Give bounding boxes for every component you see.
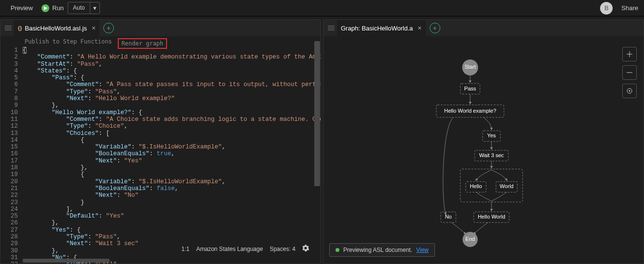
close-icon[interactable]: ×	[92, 24, 96, 32]
close-icon[interactable]: ×	[418, 24, 421, 32]
auto-dropdown[interactable]: Auto ▾	[68, 2, 100, 14]
svg-text:Pass: Pass	[464, 86, 476, 91]
codelens-publish[interactable]: Publish to Step Functions	[25, 38, 112, 49]
graph-node-choice[interactable]: Hello World example?	[436, 105, 504, 117]
graph-controls	[622, 47, 637, 98]
share-button[interactable]: Share	[621, 4, 638, 12]
preview-banner: Previewing ASL document. View	[329, 243, 435, 257]
graph-node-hello[interactable]: Hello	[466, 181, 486, 192]
zoom-out-button[interactable]	[622, 65, 637, 80]
menu-icon[interactable]	[326, 25, 336, 31]
status-dot-icon	[336, 248, 339, 252]
tab-label: BasicHelloWorld.asl.js	[25, 25, 87, 32]
menu-icon[interactable]	[3, 25, 13, 31]
graph-node-yes[interactable]: Yes	[483, 131, 501, 141]
graph-node-end[interactable]: End	[462, 232, 477, 247]
run-label: Run	[52, 4, 64, 12]
graph-node-world[interactable]: World	[496, 181, 517, 192]
graph-panel: Graph: BasicHelloWorld.a × + Start	[323, 19, 644, 264]
graph-node-wait[interactable]: Wait 3 sec	[475, 150, 508, 161]
codelens-render-graph[interactable]: Render graph	[118, 38, 168, 49]
codelens-bar: Publish to Step Functions Render graph	[0, 36, 167, 51]
vertical-scrollbar[interactable]	[314, 36, 321, 264]
svg-text:Yes: Yes	[487, 132, 496, 138]
avatar[interactable]: B	[600, 2, 613, 15]
graph-canvas[interactable]: Start Pass Hello World example?	[323, 36, 644, 264]
json-file-icon: {}	[18, 25, 22, 31]
graph-node-start[interactable]: Start	[462, 59, 478, 75]
new-tab-button[interactable]: +	[430, 23, 440, 33]
graph-node-helloworld[interactable]: Hello World	[474, 212, 509, 222]
tab-graph[interactable]: Graph: BasicHelloWorld.a ×	[337, 20, 426, 36]
zoom-in-button[interactable]	[622, 47, 637, 61]
fit-button[interactable]	[622, 84, 637, 98]
play-icon	[42, 4, 49, 12]
tab-asl-file[interactable]: {} BasicHelloWorld.asl.js ×	[14, 20, 99, 36]
svg-text:End: End	[465, 236, 475, 242]
svg-text:Wait 3 sec: Wait 3 sec	[479, 152, 504, 158]
svg-text:World: World	[500, 183, 514, 189]
svg-text:Hello World: Hello World	[478, 214, 505, 220]
svg-text:Hello: Hello	[470, 183, 482, 189]
tab-label: Graph: BasicHelloWorld.a	[341, 25, 413, 32]
line-gutter: 1234567891011121314151617181920212223242…	[0, 47, 23, 264]
new-tab-button[interactable]: +	[103, 23, 114, 33]
preview-button[interactable]: Preview	[6, 2, 38, 14]
banner-text: Previewing ASL document.	[343, 247, 412, 253]
editor-panel: {} BasicHelloWorld.asl.js × + Publish to…	[0, 19, 321, 264]
auto-label: Auto	[68, 2, 90, 14]
code-editor[interactable]: 1234567891011121314151617181920212223242…	[0, 36, 321, 264]
svg-text:Hello World example?: Hello World example?	[444, 108, 496, 114]
status-position[interactable]: 1:1	[182, 246, 190, 252]
status-language[interactable]: Amazon States Language	[196, 246, 263, 252]
gear-icon[interactable]	[302, 245, 309, 253]
svg-marker-0	[44, 6, 47, 10]
chevron-down-icon: ▾	[90, 2, 99, 14]
status-spaces[interactable]: Spaces: 4	[270, 246, 295, 252]
banner-view-link[interactable]: View	[416, 247, 429, 253]
code-body[interactable]: { "Comment": "A Hello World example demo…	[23, 47, 321, 264]
top-toolbar: Preview Run Auto ▾ B Share	[0, 0, 644, 16]
graph-node-no[interactable]: No	[441, 212, 456, 222]
graph-node-pass[interactable]: Pass	[461, 84, 480, 94]
horizontal-scrollbar[interactable]	[23, 259, 314, 264]
editor-status-bar: 1:1 Amazon States Language Spaces: 4	[179, 244, 312, 254]
svg-point-36	[629, 90, 630, 92]
run-button[interactable]: Run	[42, 4, 64, 12]
graph-tab-row: Graph: BasicHelloWorld.a × +	[323, 20, 644, 36]
svg-text:Start: Start	[464, 64, 476, 70]
editor-tab-row: {} BasicHelloWorld.asl.js × +	[0, 20, 321, 36]
svg-text:No: No	[445, 214, 452, 220]
